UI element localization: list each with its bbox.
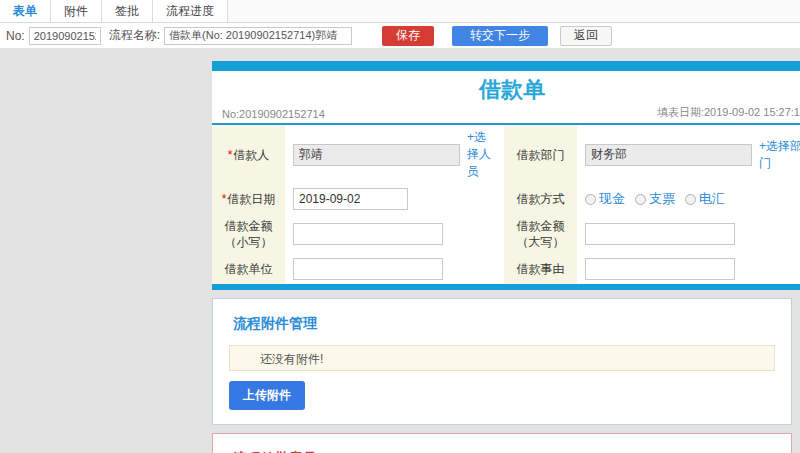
- radio-icon: [635, 194, 646, 205]
- upload-attachment-button[interactable]: 上传附件: [229, 381, 305, 410]
- attachments-panel: 流程附件管理 还没有附件! 上传附件: [212, 298, 792, 425]
- radio-wire-transfer[interactable]: 电汇: [685, 190, 725, 208]
- loan-method-radio-group: 现金 支票 电汇: [585, 190, 725, 208]
- command-bar: No: 流程名称: 保存 转交下一步 返回: [0, 23, 800, 49]
- radio-icon: [685, 194, 696, 205]
- save-button[interactable]: 保存: [382, 26, 434, 46]
- required-mark: *: [228, 148, 233, 162]
- tab-process-progress[interactable]: 流程进度: [153, 0, 228, 22]
- loan-form-panel: 借款单 No:20190902152714 填表日期:2019-09-02 15…: [212, 61, 800, 290]
- forward-next-step-button[interactable]: 转交下一步: [452, 26, 548, 46]
- loan-unit-label: 借款单位: [212, 254, 285, 284]
- main-content: 借款单 No:20190902152714 填表日期:2019-09-02 15…: [212, 61, 800, 453]
- loan-method-label: 借款方式: [504, 184, 577, 214]
- loan-date-label: *借款日期: [212, 184, 285, 214]
- amount-lowercase-input[interactable]: [293, 223, 443, 245]
- attachments-heading: 流程附件管理: [233, 315, 775, 333]
- loan-reason-input[interactable]: [585, 258, 735, 280]
- no-attachments-message: 还没有附件!: [229, 345, 775, 371]
- select-department-link[interactable]: +选择部门: [759, 138, 800, 172]
- form-grid: *借款人 +选择人员 借款部门 +选择部门 *借款日期 借款方式: [212, 125, 800, 284]
- fill-date: 填表日期:2019-09-02 15:27:1: [657, 105, 800, 120]
- loan-unit-input[interactable]: [293, 258, 443, 280]
- department-label: 借款部门: [504, 125, 577, 184]
- amount-uppercase-input[interactable]: [585, 223, 735, 245]
- top-accent-bar: [212, 61, 800, 71]
- tab-attachments[interactable]: 附件: [51, 0, 102, 22]
- bottom-accent-bar: [212, 284, 800, 290]
- borrower-label: *借款人: [212, 125, 285, 184]
- page-title: 借款单: [212, 71, 800, 103]
- tab-form[interactable]: 表单: [0, 0, 51, 22]
- tab-approval[interactable]: 签批: [102, 0, 153, 22]
- process-name-label: 流程名称:: [109, 27, 160, 44]
- radio-icon: [585, 194, 596, 205]
- amount-lowercase-label: 借款金额（小写）: [212, 214, 285, 254]
- approval-comments-panel: 流程签批意见 B I abc: [212, 433, 792, 453]
- no-input[interactable]: [29, 27, 101, 45]
- process-name-input[interactable]: [164, 27, 352, 45]
- select-person-link[interactable]: +选择人员: [467, 129, 496, 180]
- doc-number: No:20190902152714: [222, 108, 325, 120]
- department-input[interactable]: [585, 144, 752, 166]
- radio-cash[interactable]: 现金: [585, 190, 625, 208]
- radio-cheque[interactable]: 支票: [635, 190, 675, 208]
- back-button[interactable]: 返回: [560, 26, 612, 46]
- no-label: No:: [6, 29, 25, 43]
- tab-bar: 表单 附件 签批 流程进度: [0, 0, 800, 23]
- amount-uppercase-label: 借款金额（大写）: [504, 214, 577, 254]
- borrower-input[interactable]: [293, 144, 460, 166]
- loan-reason-label: 借款事由: [504, 254, 577, 284]
- required-mark: *: [222, 192, 227, 206]
- doc-meta-row: No:20190902152714 填表日期:2019-09-02 15:27:…: [212, 103, 800, 123]
- loan-date-input[interactable]: [293, 188, 408, 210]
